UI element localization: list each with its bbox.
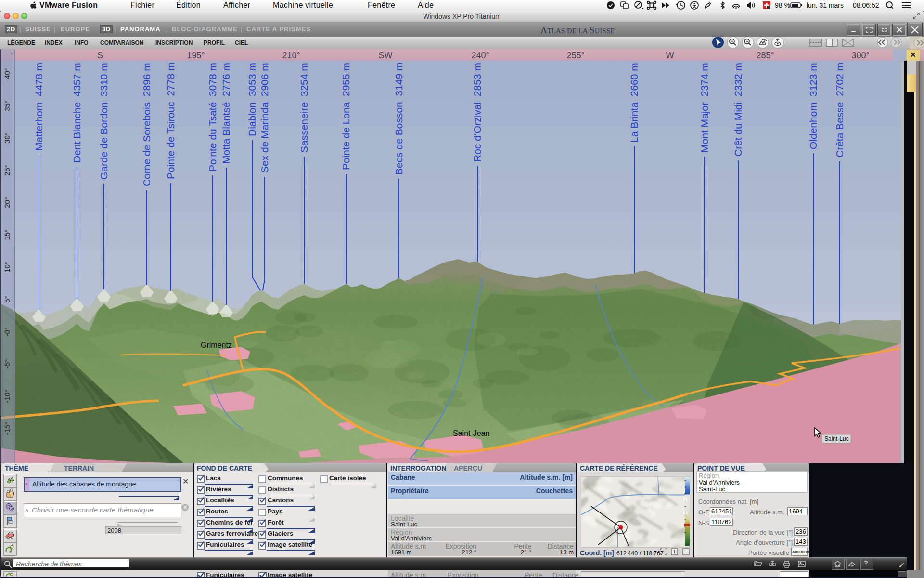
svg-text:Sasseneire 3254 m: Sasseneire 3254 m [298,63,309,153]
svg-text:Pointe du Tsaté 3078 m: Pointe du Tsaté 3078 m [207,63,218,171]
svg-text:Crêta Besse 2702 m: Crêta Besse 2702 m [834,63,845,158]
svg-text:Grimentz: Grimentz [201,341,232,349]
svg-text:98 %: 98 % [775,1,790,9]
svg-text:Crêt du Midi 2332 m: Crêt du Midi 2332 m [732,63,744,157]
svg-text:08:06:52: 08:06:52 [853,1,879,9]
svg-text:Roc d'Orzival 2853 m: Roc d'Orzival 2853 m [472,63,483,162]
svg-text:Saint-Jean: Saint-Jean [453,429,490,437]
svg-text:Corne de Sorebois 2896 m: Corne de Sorebois 2896 m [141,63,152,186]
svg-text:Garde de Bordon 3310 m: Garde de Bordon 3310 m [98,63,109,180]
svg-text:Diablon 3053 m: Diablon 3053 m [246,63,257,136]
svg-text:Pointe de Lona 2955 m: Pointe de Lona 2955 m [340,63,351,170]
svg-text:Dent Blanche 4357 m: Dent Blanche 4357 m [71,63,82,163]
svg-text:Sex de Marinda 2906 m: Sex de Marinda 2906 m [259,63,270,173]
svg-text:Mont Major 2374 m: Mont Major 2374 m [699,63,710,153]
svg-text:Saint-Luc: Saint-Luc [824,435,849,442]
svg-text:Matterhorn 4478 m: Matterhorn 4478 m [33,63,44,151]
svg-text:Oldenhorn 3123 m: Oldenhorn 3123 m [808,63,819,149]
svg-text:Pointe de Tsirouc 2778 m: Pointe de Tsirouc 2778 m [165,63,176,179]
svg-text:Becs de Bosson 3149 m: Becs de Bosson 3149 m [393,63,404,175]
svg-text:lun. 31 mars: lun. 31 mars [807,1,844,9]
svg-text:Motta Blantsé 2776 m: Motta Blantsé 2776 m [220,63,231,164]
svg-text:La Brinta 2660 m: La Brinta 2660 m [629,63,640,143]
